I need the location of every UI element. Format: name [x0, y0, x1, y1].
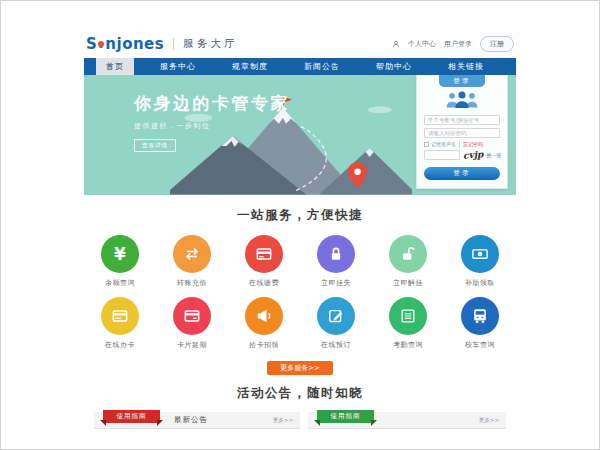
bank-card-icon: [245, 235, 283, 273]
hero-text: 你身边的卡管专家 提供捷径，一步到位 查看详情: [134, 92, 290, 152]
users-group-icon: [440, 90, 484, 108]
captcha-image[interactable]: cvjp: [463, 149, 484, 160]
megaphone-icon: [245, 297, 283, 335]
remember-label: 记住用户名: [431, 141, 456, 147]
user-icon: [392, 40, 400, 48]
main-nav: 首页 服务中心 规章制度 新闻公告 帮助中心 相关链接: [84, 58, 516, 75]
service-card-extension[interactable]: 卡片延期: [156, 288, 228, 350]
nav-item-home[interactable]: 首页: [96, 58, 134, 75]
nav-item-rules[interactable]: 规章制度: [222, 58, 278, 75]
services-title: 一站服务，方便快捷: [84, 207, 516, 224]
lock-open-icon: [389, 235, 427, 273]
services-section: 一站服务，方便快捷 ¥ 余额查询 转账充值 在线缴费: [84, 195, 516, 375]
nav-item-service-center[interactable]: 服务中心: [150, 58, 206, 75]
login-tab[interactable]: 登录: [439, 75, 485, 87]
list-icon: [389, 297, 427, 335]
logo-divider: [173, 38, 174, 50]
service-online-payment[interactable]: 在线缴费: [228, 226, 300, 288]
more-services-button[interactable]: 更多服务>>: [267, 361, 333, 375]
service-transfer-recharge[interactable]: 转账充值: [156, 226, 228, 288]
card-icon: [101, 297, 139, 335]
captcha-row: cvjp 换一张: [424, 150, 500, 160]
service-found-card-claim[interactable]: 拾卡招领: [228, 288, 300, 350]
hero-cta-button[interactable]: 查看详情: [134, 139, 176, 152]
announcements-title: 活动公告，随时知晓: [84, 385, 516, 402]
nav-item-news[interactable]: 新闻公告: [294, 58, 350, 75]
hero-banner: 你身边的卡管专家 提供捷径，一步到位 查看详情 登录: [84, 75, 516, 195]
page: Snjones 服务大厅 个人中心 用户登录 注册 首页 服务中心 规章制度 新…: [84, 30, 516, 429]
ribbon-tab-guide-right[interactable]: 使用指南: [317, 410, 374, 423]
services-grid: ¥ 余额查询 转账充值 在线缴费 立即挂失: [84, 226, 516, 350]
username-input[interactable]: [424, 115, 500, 125]
personal-center-link[interactable]: 个人中心: [408, 39, 436, 49]
password-input[interactable]: [424, 128, 500, 138]
announcement-panel-left: 使用指南 最新公告 更多>>: [94, 412, 300, 429]
service-subsidy-collect[interactable]: 补助领取: [444, 226, 516, 288]
login-panel: 登录 记住用户名 忘记密码 cvjp 换一张: [416, 75, 508, 189]
bus-icon: [461, 297, 499, 335]
hero-subtitle: 提供捷径，一步到位: [134, 121, 290, 131]
card-icon: [173, 297, 211, 335]
logo-text-left: S: [86, 35, 97, 53]
logo-text-right: njones: [105, 35, 164, 53]
remember-row: 记住用户名 忘记密码: [424, 141, 500, 147]
service-cancel-loss[interactable]: 立即解挂: [372, 226, 444, 288]
yen-icon: ¥: [101, 235, 139, 273]
service-school-bus-inquiry[interactable]: 校车查询: [444, 288, 516, 350]
service-balance-inquiry[interactable]: ¥ 余额查询: [84, 226, 156, 288]
hero-title: 你身边的卡管专家: [134, 92, 290, 115]
header-meta: 个人中心 用户登录 注册: [392, 36, 514, 52]
service-online-booking[interactable]: 在线预订: [300, 288, 372, 350]
login-submit-button[interactable]: 登录: [424, 167, 500, 180]
remember-checkbox[interactable]: [424, 142, 429, 147]
logo-dot-icon: [98, 41, 104, 47]
register-button[interactable]: 注册: [480, 36, 514, 52]
tab-latest-news[interactable]: 最新公告: [174, 415, 208, 425]
ribbon-tab-guide[interactable]: 使用指南: [103, 410, 160, 423]
announcement-panel-right: 使用指南 更多>>: [308, 412, 506, 429]
more-link-left[interactable]: 更多>>: [273, 417, 293, 424]
lock-closed-icon: [317, 235, 355, 273]
banknote-icon: [461, 235, 499, 273]
top-bar: Snjones 服务大厅 个人中心 用户登录 注册: [84, 30, 516, 58]
service-attendance-inquiry[interactable]: 考勤查询: [372, 288, 444, 350]
captcha-input[interactable]: [424, 150, 460, 160]
edit-icon: [317, 297, 355, 335]
site-title: 服务大厅: [183, 37, 237, 51]
captcha-refresh-link[interactable]: 换一张: [486, 152, 501, 158]
forgot-password-link[interactable]: 忘记密码: [459, 141, 483, 147]
more-link-right[interactable]: 更多>>: [479, 417, 499, 424]
announcements-section: 活动公告，随时知晓 使用指南 最新公告 更多>> 使用指南 更多>>: [84, 385, 516, 429]
transfer-arrows-icon: [173, 235, 211, 273]
service-online-card-apply[interactable]: 在线办卡: [84, 288, 156, 350]
logo[interactable]: Snjones 服务大厅: [86, 35, 237, 53]
nav-item-links[interactable]: 相关链接: [438, 58, 494, 75]
announcement-panels: 使用指南 最新公告 更多>> 使用指南 更多>>: [84, 412, 516, 429]
service-report-loss[interactable]: 立即挂失: [300, 226, 372, 288]
nav-item-help[interactable]: 帮助中心: [366, 58, 422, 75]
user-login-link[interactable]: 用户登录: [444, 39, 472, 49]
